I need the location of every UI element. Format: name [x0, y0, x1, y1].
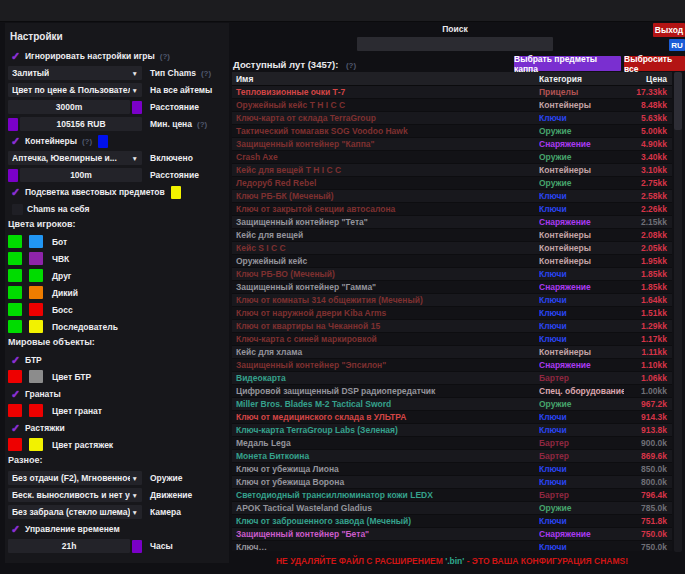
loot-row[interactable]: Ключ РБ-ВО (Меченый)Ключи1.85kk — [232, 268, 672, 281]
color-swatch[interactable] — [8, 438, 22, 451]
dropdown[interactable]: Беск. выносливость и нет уста▼ — [8, 488, 142, 502]
checkbox-checked-icon[interactable]: ✓ — [8, 50, 25, 63]
loot-row[interactable]: Ледоруб Red RebelОружие2.75kk — [232, 177, 672, 190]
loot-item-name: Оружейный кейс — [232, 256, 539, 266]
color-swatch[interactable] — [98, 135, 108, 148]
loot-row[interactable]: Медаль LegaБартер900.0k — [232, 437, 672, 450]
color-swatch[interactable] — [29, 438, 43, 451]
text-input[interactable]: 21h — [8, 539, 130, 553]
input-value: 21h — [62, 541, 77, 551]
color-swatch[interactable] — [8, 269, 22, 282]
checkbox-checked-icon[interactable]: ✓ — [8, 388, 25, 401]
scrollbar[interactable] — [674, 72, 682, 552]
loot-row[interactable]: Защищенный контейнер "Бета"Снаряжение750… — [232, 528, 672, 541]
color-swatch[interactable] — [8, 118, 18, 131]
loot-row[interactable]: Crash AxeОружие3.40kk — [232, 151, 672, 164]
column-header-category[interactable]: Категория — [539, 74, 624, 84]
color-pair-label: Босс — [52, 305, 73, 315]
dropdown[interactable]: Цвет по цене & Пользователь▼ — [8, 83, 142, 97]
color-swatch[interactable] — [8, 404, 22, 417]
loot-row[interactable]: Цифровой защищенный DSP радиопередатчикС… — [232, 385, 672, 398]
loot-row[interactable]: Ключ от убежища ЛионаКлючи850.0k — [232, 463, 672, 476]
loot-rows: Тепловизионные очки Т-7Прицелы17.33kkОру… — [232, 86, 672, 551]
loot-row[interactable]: APOK Tactical Wasteland GladiusОружие785… — [232, 502, 672, 515]
settings-section-header: Разное: — [8, 455, 229, 467]
color-swatch[interactable] — [29, 303, 43, 316]
search-input[interactable] — [357, 37, 553, 51]
loot-row[interactable]: Ключ от закрытой секции автосалонаКлючи2… — [232, 203, 672, 216]
loot-row[interactable]: Защищенный контейнер "Каппа"Снаряжение4.… — [232, 138, 672, 151]
loot-row[interactable]: Оружейный кейсКонтейнеры1.95kk — [232, 255, 672, 268]
scrollbar-thumb[interactable] — [674, 72, 682, 130]
loot-row[interactable]: Тепловизионные очки Т-7Прицелы17.33kk — [232, 86, 672, 99]
color-swatch[interactable] — [8, 320, 22, 333]
loot-row[interactable]: Ключ от медицинского склада в УЛЬТРАКлюч… — [232, 411, 672, 424]
loot-item-name: Кейс для вещей T H I C C — [232, 165, 539, 175]
checkbox-checked-icon[interactable]: ✓ — [8, 135, 25, 148]
exit-button[interactable]: Выход — [653, 23, 685, 37]
loot-row[interactable]: Ключ от заброшенного завода (Меченый)Клю… — [232, 515, 672, 528]
loot-item-price: 5.63kk — [624, 113, 672, 123]
checkbox-checked-icon[interactable]: ✓ — [8, 422, 25, 435]
loot-row[interactable]: Защищенный контейнер "Тета"Снаряжение2.1… — [232, 216, 672, 229]
color-swatch[interactable] — [171, 186, 181, 199]
color-swatch[interactable] — [29, 235, 43, 248]
loot-row[interactable]: Защищенный контейнер "Эпсилон"Снаряжение… — [232, 359, 672, 372]
color-swatch[interactable] — [29, 286, 43, 299]
dropdown-value: Беск. выносливость и нет уста — [12, 490, 130, 500]
color-swatch[interactable] — [8, 303, 22, 316]
color-swatch[interactable] — [29, 370, 43, 383]
loot-item-name: Монета Биткоина — [232, 451, 539, 461]
color-swatch[interactable] — [8, 235, 22, 248]
color-swatch[interactable] — [29, 269, 43, 282]
loot-row[interactable]: Ключ…Ключи750.0k — [232, 541, 672, 551]
loot-item-category: Оружие — [539, 503, 624, 513]
text-input[interactable]: 105156 RUB — [20, 117, 142, 131]
loot-row[interactable]: Монета БиткоинаБартер869.6k — [232, 450, 672, 463]
loot-row[interactable]: Ключ РБ-БК (Меченый)Ключи2.58kk — [232, 190, 672, 203]
loot-row[interactable]: Тактический томагавк SOG Voodoo HawkОруж… — [232, 125, 672, 138]
checkbox-unchecked-icon[interactable] — [12, 204, 23, 215]
color-swatch[interactable] — [8, 169, 18, 182]
color-swatch[interactable] — [8, 252, 22, 265]
loot-row[interactable]: Ключ-карта с синей маркировкойКлючи1.17k… — [232, 333, 672, 346]
loot-row[interactable]: ВидеокартаБартер1.06kk — [232, 372, 672, 385]
color-swatch[interactable] — [8, 370, 22, 383]
loot-row[interactable]: Оружейный кейс T H I C CКонтейнеры8.48kk — [232, 99, 672, 112]
color-swatch[interactable] — [29, 320, 43, 333]
color-swatch[interactable] — [132, 101, 142, 114]
column-header-price[interactable]: Цена — [624, 74, 672, 84]
drop-all-button[interactable]: Выбросить все — [624, 56, 685, 71]
dropdown[interactable]: Без отдачи (F2), Мгновенное п▼ — [8, 471, 142, 485]
color-swatch[interactable] — [29, 404, 43, 417]
column-header-name[interactable]: Имя — [232, 74, 539, 84]
checkbox-checked-icon[interactable]: ✓ — [8, 354, 25, 367]
text-input[interactable]: 3000m — [8, 100, 130, 114]
select-kappa-items-button[interactable]: Выбрать предметы каппа — [514, 56, 621, 71]
color-swatch[interactable] — [8, 286, 22, 299]
loot-row[interactable]: Кейс для вещей T H I C CКонтейнеры3.10kk — [232, 164, 672, 177]
dropdown[interactable]: Аптечка, Ювелирные и...▼ — [8, 151, 142, 165]
loot-title: Доступный лут (3457): (?) — [233, 59, 356, 70]
checkbox-checked-icon[interactable]: ✓ — [8, 186, 25, 199]
settings-row: 100mРасстояние — [8, 168, 229, 182]
dropdown[interactable]: Залитый▼ — [8, 66, 142, 80]
loot-row[interactable]: Ключ от убежища ВоронаКлючи800.0k — [232, 476, 672, 489]
loot-row[interactable]: Ключ от комнаты 314 общежития (Меченый)К… — [232, 294, 672, 307]
loot-row[interactable]: Светодиодный трансиллюминатор кожи LEDXБ… — [232, 489, 672, 502]
loot-row[interactable]: Защищенный контейнер "Гамма"Снаряжение1.… — [232, 281, 672, 294]
loot-row[interactable]: Кейс для вещейКонтейнеры2.08kk — [232, 229, 672, 242]
checkbox-checked-icon[interactable]: ✓ — [8, 523, 25, 536]
loot-row[interactable]: Ключ от квартиры на Чеканной 15Ключи1.29… — [232, 320, 672, 333]
loot-row[interactable]: Кейс S I C CКонтейнеры2.05kk — [232, 242, 672, 255]
loot-row[interactable]: Miller Bros. Blades M-2 Tactical SwordОр… — [232, 398, 672, 411]
language-button[interactable]: RU — [669, 39, 685, 51]
dropdown[interactable]: Без забрала (стекло шлема)▼ — [8, 505, 142, 519]
loot-row[interactable]: Кейс для хламаКонтейнеры1.11kk — [232, 346, 672, 359]
color-swatch[interactable] — [29, 252, 43, 265]
loot-row[interactable]: Ключ-карта от склада TerraGroupКлючи5.63… — [232, 112, 672, 125]
color-swatch[interactable] — [132, 540, 142, 553]
loot-row[interactable]: Ключ-карта TerraGroup Labs (Зеленая)Ключ… — [232, 424, 672, 437]
loot-row[interactable]: Ключ от наружной двери Kiba ArmsКлючи1.5… — [232, 307, 672, 320]
text-input[interactable]: 100m — [20, 168, 142, 182]
